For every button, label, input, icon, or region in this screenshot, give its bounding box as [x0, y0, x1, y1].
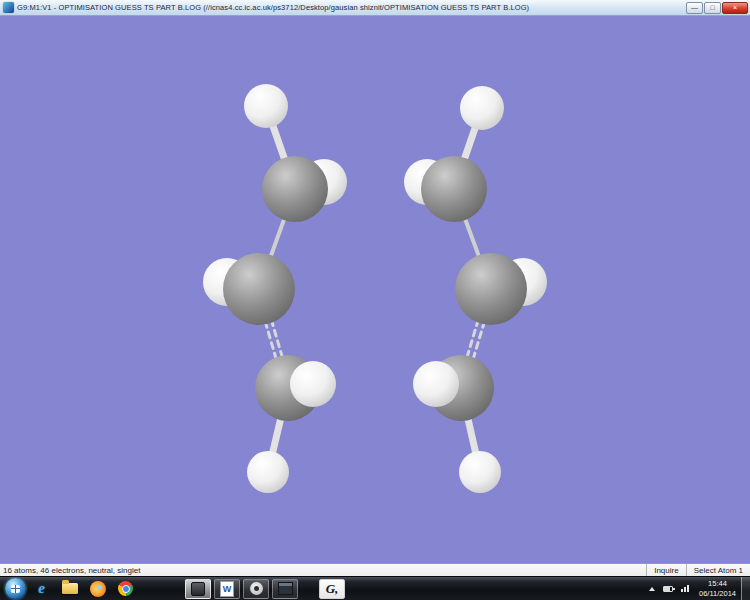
word-icon: W: [220, 581, 234, 597]
molecule-viewport[interactable]: [0, 16, 750, 563]
taskbar-app-3[interactable]: [243, 579, 269, 599]
molecule-svg: [0, 16, 750, 563]
hidden-icons-arrow[interactable]: [649, 587, 655, 591]
carbon-atom[interactable]: [421, 156, 487, 222]
firefox-glyph: [90, 581, 106, 597]
network-icon[interactable]: [681, 585, 689, 592]
start-button[interactable]: [5, 578, 26, 599]
selection-indicator: Select Atom 1: [686, 564, 750, 576]
carbon-atom[interactable]: [262, 156, 328, 222]
windows-explorer-icon[interactable]: [57, 578, 82, 600]
chrome-icon[interactable]: [113, 578, 138, 600]
chrome-glyph: [118, 581, 133, 596]
maximize-button[interactable]: □: [704, 2, 721, 14]
app-window-icon: [191, 582, 205, 596]
title-bar[interactable]: G9:M1:V1 - OPTIMISATION GUESS TS PART B.…: [0, 0, 750, 16]
taskbar-app-4[interactable]: [272, 579, 298, 599]
tray-date: 06/11/2014: [699, 589, 736, 598]
carbon-atom[interactable]: [223, 253, 295, 325]
taskbar-app-gaussview[interactable]: G,: [319, 579, 345, 599]
taskbar-app-word[interactable]: W: [214, 579, 240, 599]
app-3-icon: [250, 582, 263, 595]
clock[interactable]: 15:44 06/11/2014: [699, 579, 736, 598]
hydrogen-atom[interactable]: [247, 451, 289, 493]
gaussview-app-icon: [3, 2, 14, 13]
running-apps: W G,: [185, 579, 345, 599]
tray-time: 15:44: [699, 579, 736, 588]
windows-flag-icon: [11, 585, 20, 593]
molecule-info: 16 atoms, 46 electrons, neutral, singlet: [0, 566, 646, 575]
show-desktop-button[interactable]: [741, 577, 750, 600]
minimize-button[interactable]: —: [686, 2, 703, 14]
mouse-mode-indicator: Inquire: [646, 564, 685, 576]
chrome-hub: [122, 585, 130, 593]
internet-explorer-icon[interactable]: e: [29, 578, 54, 600]
taskbar: e W G, 15:44 06/11/2014: [0, 576, 750, 600]
window-title: G9:M1:V1 - OPTIMISATION GUESS TS PART B.…: [17, 3, 686, 12]
hydrogen-atom[interactable]: [460, 86, 504, 130]
firefox-icon[interactable]: [85, 578, 110, 600]
window-controls: — □ ×: [686, 2, 748, 14]
word-letter: W: [223, 584, 232, 594]
hydrogen-atom[interactable]: [459, 451, 501, 493]
folder-icon: [62, 583, 78, 594]
carbon-atom[interactable]: [455, 253, 527, 325]
app-4-icon: [278, 582, 293, 595]
taskbar-app-active[interactable]: [185, 579, 211, 599]
status-bar: 16 atoms, 46 electrons, neutral, singlet…: [0, 563, 750, 576]
ie-glyph: e: [38, 580, 45, 597]
hydrogen-atom[interactable]: [413, 361, 459, 407]
hydrogen-atom[interactable]: [290, 361, 336, 407]
battery-icon[interactable]: [663, 586, 673, 592]
gaussview-window: G9:M1:V1 - OPTIMISATION GUESS TS PART B.…: [0, 0, 750, 600]
close-button[interactable]: ×: [722, 2, 748, 14]
hydrogen-atom[interactable]: [244, 84, 288, 128]
gaussview-icon: G,: [326, 581, 339, 597]
system-tray: 15:44 06/11/2014: [645, 577, 750, 600]
